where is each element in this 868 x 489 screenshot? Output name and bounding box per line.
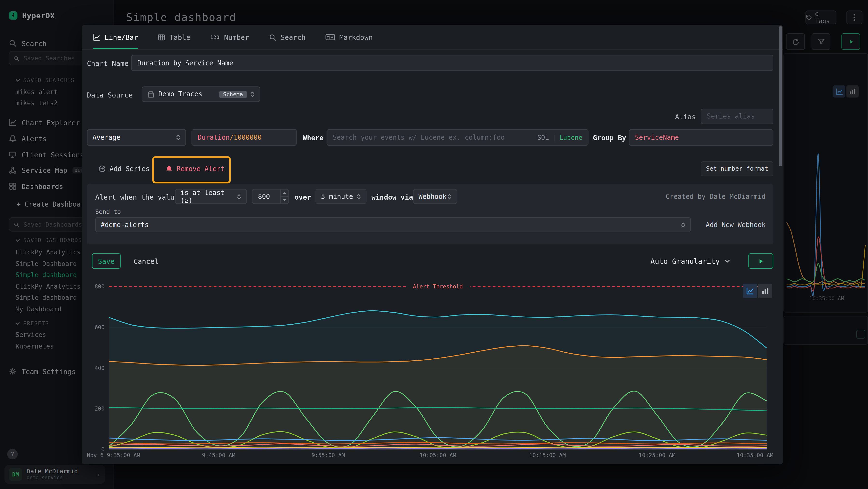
group-by-input[interactable]: ServiceName <box>629 129 773 146</box>
app-window: Simple dashboard 0 Tags 10:35:00 AM <box>0 0 868 489</box>
markdown-icon <box>326 34 335 40</box>
bell-icon <box>165 165 173 172</box>
add-series-button[interactable]: Add Series <box>92 161 156 177</box>
search-icon <box>269 33 276 41</box>
number-icon: 123 <box>210 34 220 40</box>
svg-text:Alert Threshold: Alert Threshold <box>413 283 463 290</box>
save-button[interactable]: Save <box>92 253 121 269</box>
svg-text:9:55:00 AM: 9:55:00 AM <box>311 452 345 458</box>
data-source-value: Demo Traces <box>158 90 202 98</box>
chevron-up-down-icon <box>447 193 452 200</box>
chevron-up-down-icon <box>176 134 180 141</box>
aggregation-select[interactable]: Average <box>87 129 186 146</box>
play-icon <box>758 258 764 264</box>
svg-text:600: 600 <box>94 324 104 330</box>
alert-window-select[interactable]: 5 minute <box>316 189 367 204</box>
field-input[interactable]: Duration/1000000 <box>191 129 297 146</box>
tab-line-bar[interactable]: Line/Bar <box>93 25 138 49</box>
svg-text:800: 800 <box>94 283 104 290</box>
granularity-select[interactable]: Auto Granularity <box>651 253 730 269</box>
alert-threshold-box <box>252 189 289 204</box>
aggregation-value: Average <box>92 134 120 141</box>
set-number-format-button[interactable]: Set number format <box>701 161 774 176</box>
table-icon <box>158 33 165 41</box>
database-box-icon <box>147 90 155 98</box>
chevron-up-down-icon <box>237 193 241 200</box>
svg-text:10:35:00 AM: 10:35:00 AM <box>737 452 773 458</box>
alert-preview-chart: 0200400600800Nov 6 9:35:00 AM9:45:00 AM9… <box>87 277 773 460</box>
window-via-label: window via <box>372 193 413 201</box>
bar-view-toggle[interactable] <box>758 284 772 298</box>
chevron-up-down-icon <box>681 221 685 228</box>
where-search-box: SQL | Lucene <box>327 129 589 146</box>
alias-label: Alias <box>656 113 696 121</box>
toggle-divider: | <box>552 134 556 141</box>
svg-text:10:05:00 AM: 10:05:00 AM <box>420 452 456 458</box>
step-down-button[interactable] <box>281 197 288 203</box>
bar-chart-icon <box>762 287 769 294</box>
chart-name-label: Chart Name <box>87 59 128 67</box>
step-up-button[interactable] <box>281 190 288 197</box>
send-to-label: Send to <box>95 208 121 215</box>
chart-editor-modal: Line/Bar Table 123 Number Search Markdow… <box>82 25 783 464</box>
field-value: Duration <box>198 134 230 141</box>
schema-badge: Schema <box>219 90 247 98</box>
data-source-label: Data Source <box>87 91 133 99</box>
chevron-up-down-icon <box>356 193 361 200</box>
tab-table[interactable]: Table <box>158 25 190 49</box>
chevron-up-icon <box>283 192 286 194</box>
svg-text:Nov 6 9:35:00 AM: Nov 6 9:35:00 AM <box>87 452 140 458</box>
field-divisor: /1000000 <box>229 134 261 141</box>
line-chart-icon <box>746 287 754 295</box>
alert-config-panel: Alert when the value is at least (≥) ove… <box>87 184 773 244</box>
plus-circle-icon <box>99 165 106 172</box>
tab-search[interactable]: Search <box>269 25 306 49</box>
svg-text:9:45:00 AM: 9:45:00 AM <box>202 452 235 458</box>
over-label: over <box>294 193 311 201</box>
send-to-value: #demo-alerts <box>101 221 149 229</box>
lucene-toggle[interactable]: Lucene <box>559 134 582 141</box>
scrollbar-thumb[interactable] <box>779 26 782 166</box>
number-stepper <box>280 190 288 203</box>
line-bar-icon <box>93 33 100 41</box>
alert-intro-label: Alert when the value <box>95 193 179 201</box>
add-new-webhook-button[interactable]: Add New Webhook <box>702 217 770 232</box>
cancel-button[interactable]: Cancel <box>129 253 163 269</box>
chevron-down-icon <box>283 199 286 201</box>
run-chart-button[interactable] <box>748 253 773 269</box>
chart-name-input[interactable] <box>131 55 773 71</box>
svg-text:0: 0 <box>101 446 105 453</box>
svg-text:200: 200 <box>94 405 104 412</box>
where-label: Where <box>303 134 323 142</box>
viewport: Simple dashboard 0 Tags 10:35:00 AM <box>0 0 868 489</box>
modal-scrollbar <box>779 26 782 463</box>
tab-number[interactable]: 123 Number <box>210 25 249 49</box>
sql-toggle[interactable]: SQL <box>537 134 549 141</box>
series-alias-input[interactable] <box>701 109 774 124</box>
group-by-label: Group By <box>593 134 626 142</box>
alert-condition-select[interactable]: is at least (≥) <box>175 189 247 204</box>
send-to-select[interactable]: #demo-alerts <box>95 217 691 232</box>
group-by-value: ServiceName <box>635 134 679 141</box>
svg-text:10:25:00 AM: 10:25:00 AM <box>639 452 675 458</box>
svg-text:400: 400 <box>94 365 104 371</box>
data-source-select[interactable]: Demo Traces Schema <box>142 86 260 102</box>
created-by-label: Created by Dale McDiarmid <box>666 193 766 201</box>
editor-tabs: Line/Bar Table 123 Number Search Markdow… <box>82 25 783 50</box>
tab-markdown[interactable]: Markdown <box>326 25 373 49</box>
remove-alert-button[interactable]: Remove Alert <box>159 161 231 177</box>
chevron-down-icon <box>725 259 730 263</box>
line-view-toggle[interactable] <box>743 284 757 298</box>
chevron-up-down-icon <box>250 91 255 98</box>
alert-channel-select[interactable]: Webhook <box>413 189 457 204</box>
svg-text:10:15:00 AM: 10:15:00 AM <box>529 452 566 458</box>
